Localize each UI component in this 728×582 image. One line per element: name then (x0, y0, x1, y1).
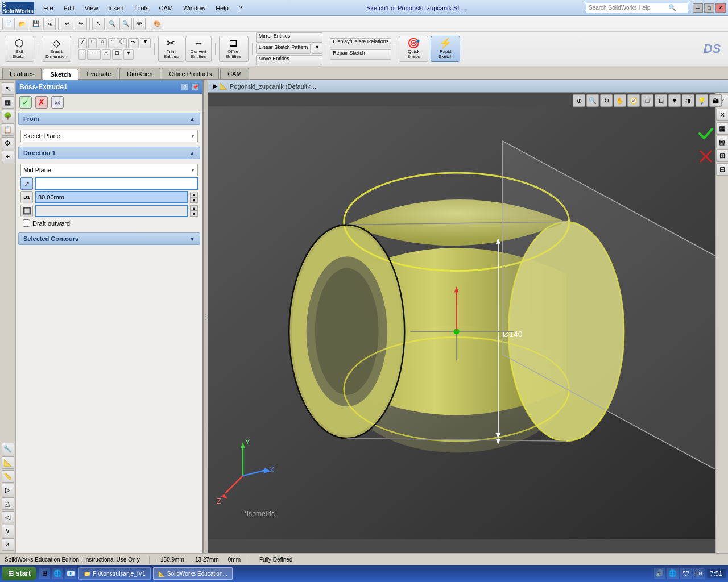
mirror-entities-button[interactable]: Mirror Entities (256, 32, 322, 43)
depth-icon[interactable]: D1 (20, 191, 33, 203)
feature-manager-button[interactable]: 🌳 (2, 110, 14, 122)
dim-xpert-manager-button[interactable]: ± (2, 151, 14, 163)
extra-input[interactable] (35, 205, 188, 217)
app-konstruisanje[interactable]: 📁 F:\Konstruisanje_IV1 (78, 567, 151, 580)
depth-increment[interactable]: ▲ (190, 192, 198, 197)
panel-icon-3[interactable]: 📏 (2, 470, 14, 483)
display-style-button[interactable]: □ (641, 94, 653, 107)
quick-launch-icon-1[interactable]: 🖥 (39, 568, 50, 579)
exit-sketch-button[interactable]: ⬡ ExitSketch (5, 36, 34, 62)
draft-outward-checkbox[interactable] (23, 219, 30, 227)
tab-evaluate[interactable]: Evaluate (80, 68, 119, 79)
menu-file[interactable]: File (39, 3, 58, 13)
direction-vector-input[interactable] (35, 177, 198, 190)
extrude-type-dropdown[interactable]: Mid Plane ▼ (20, 164, 198, 176)
scene-button[interactable]: 🏔 (709, 94, 722, 107)
prop-pin-button[interactable]: 📌 (191, 83, 199, 91)
system-clock[interactable]: 7:51 (707, 569, 726, 578)
right-icon-2[interactable]: ✕ (716, 109, 729, 121)
selection-filter-button[interactable]: ↖ (2, 82, 14, 95)
minimize-button[interactable]: ─ (693, 3, 703, 13)
right-icon-3[interactable]: ▦ (716, 122, 729, 135)
more-entities-button[interactable]: ▼ (140, 38, 151, 48)
move-entities-button[interactable]: Move Entities (256, 55, 322, 65)
maximize-button[interactable]: □ (704, 3, 714, 13)
right-icon-5[interactable]: ⊞ (716, 149, 729, 162)
language-indicator[interactable]: EN (693, 568, 705, 579)
from-section-header[interactable]: From ▲ (18, 113, 200, 125)
quick-launch-icon-3[interactable]: 📧 (65, 568, 76, 579)
centerline-button[interactable]: - - - (87, 49, 101, 60)
quick-launch-icon-2[interactable]: 🌐 (52, 568, 63, 579)
viewport[interactable]: ▶ 📐 Pogonski_zupcanik (Default<... ⊕ 🔍 ↻… (208, 80, 728, 553)
tab-cam[interactable]: CAM (220, 68, 249, 79)
arc-button[interactable]: ◜ (108, 38, 115, 48)
view-icons-button[interactable]: ▦ (2, 96, 14, 109)
direction-vector-icon[interactable]: ↗ (20, 177, 33, 190)
offset-entities-button[interactable]: ⊐ OffsetEntities (219, 36, 249, 62)
tray-icon-3[interactable]: 🛡 (680, 568, 692, 579)
rapid-sketch-button[interactable]: ⚡ RapidSketch (431, 36, 460, 62)
menu-help-icon[interactable]: ? (234, 3, 247, 13)
sketch-plane-dropdown[interactable]: Sketch Plane ▼ (20, 130, 198, 142)
menu-tools[interactable]: Tools (130, 3, 154, 13)
text-button[interactable]: A (102, 49, 111, 60)
more2-button[interactable]: ▼ (123, 49, 134, 60)
repair-sketch-button[interactable]: Repair Sketch (330, 49, 391, 60)
search-input[interactable] (589, 5, 668, 11)
trim-entities-button[interactable]: ✂ TrimEntities (158, 36, 184, 62)
panel-icon-1[interactable]: 🔧 (2, 443, 14, 455)
menu-cam[interactable]: CAM (155, 3, 177, 13)
depth-decrement[interactable]: ▼ (190, 197, 198, 203)
prop-help-button[interactable]: ? (181, 83, 189, 91)
cancel-button[interactable]: ✗ (35, 96, 48, 109)
view-more-button[interactable]: ▼ (668, 94, 681, 107)
menu-view[interactable]: View (80, 3, 103, 13)
ok-button[interactable]: ✓ (19, 96, 32, 109)
pattern-dropdown[interactable]: ▼ (312, 44, 322, 54)
right-icon-6[interactable]: ⊟ (716, 163, 729, 176)
view-orient-button[interactable]: 🧭 (627, 94, 640, 107)
start-button[interactable]: ⊞ start (2, 567, 36, 580)
app-solidworks[interactable]: 📐 SolidWorks Education... (153, 567, 233, 580)
spline-button[interactable]: 〜 (128, 38, 139, 48)
plane-button[interactable]: ⊡ (112, 49, 122, 60)
search-box[interactable]: 🔍 (586, 3, 688, 13)
selected-contours-section-header[interactable]: Selected Contours ▼ (18, 232, 200, 245)
right-icon-4[interactable]: ▩ (716, 136, 729, 148)
section-view-button[interactable]: ⊟ (655, 94, 667, 107)
menu-help[interactable]: Help (211, 3, 233, 13)
panel-icon-4[interactable]: ▷ (2, 484, 14, 496)
menu-edit[interactable]: Edit (59, 3, 79, 13)
panel-icon-7[interactable]: ∨ (2, 525, 14, 537)
panel-icon-8[interactable]: × (2, 538, 14, 551)
config-manager-button[interactable]: ⚙ (2, 137, 14, 149)
extra-decrement[interactable]: ▼ (190, 211, 198, 217)
undo-button[interactable]: ↩ (61, 18, 73, 30)
close-button[interactable]: ✕ (715, 3, 726, 13)
linear-pattern-button[interactable]: Linear Sketch Pattern (256, 44, 311, 54)
panel-icon-2[interactable]: 📐 (2, 456, 14, 469)
tray-icon-1[interactable]: 🔊 (654, 568, 665, 579)
new-file-button[interactable]: 📄 (2, 18, 15, 30)
rotate-button[interactable]: ↻ (600, 94, 613, 107)
tab-office-products[interactable]: Office Products (162, 68, 219, 79)
print-button[interactable]: 🖨 (43, 18, 56, 30)
display-delete-button[interactable]: Display/Delete Relations (330, 38, 391, 48)
panel-icon-5[interactable]: △ (2, 497, 14, 510)
convert-entities-button[interactable]: ↔ ConvertEntities (185, 36, 212, 62)
property-manager-button[interactable]: 📋 (2, 123, 14, 136)
select-button[interactable]: ↖ (92, 18, 105, 30)
extra-icon[interactable]: 🔲 (20, 205, 33, 217)
zoom-to-fit-button[interactable]: ⊕ (573, 94, 585, 107)
save-button[interactable]: 💾 (30, 18, 42, 30)
menu-insert[interactable]: Insert (104, 3, 129, 13)
option-button[interactable]: ☺ (51, 96, 64, 109)
direction1-section-header[interactable]: Direction 1 ▲ (18, 147, 200, 159)
circle-button[interactable]: ○ (98, 38, 106, 48)
tray-icon-2[interactable]: 🌐 (667, 568, 679, 579)
menu-window[interactable]: Window (179, 3, 210, 13)
tab-sketch[interactable]: Sketch (43, 69, 78, 80)
depth-input[interactable] (35, 191, 188, 203)
zoom-out-button[interactable]: 🔍 (119, 18, 132, 30)
